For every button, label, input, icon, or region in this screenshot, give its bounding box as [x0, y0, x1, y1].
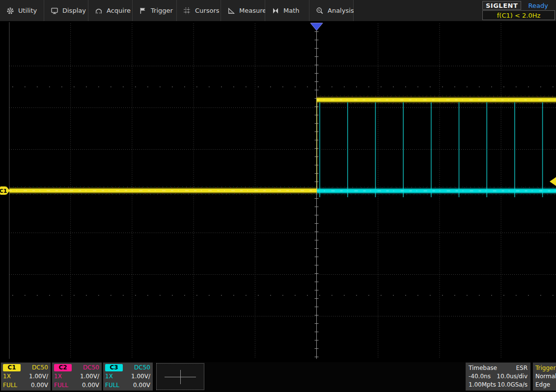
set-square-icon — [227, 7, 235, 15]
magnifier-wave-icon — [316, 7, 324, 15]
trigger-sweep-mode: Normal — [535, 372, 556, 381]
timebase-box[interactable]: Timebase ESR -40.0ns 10.0us/div 1.00Mpts… — [466, 363, 530, 391]
vertical-scale-c3: 1.00V/ — [131, 372, 150, 380]
menu-item-label: Acquire — [107, 7, 131, 14]
bandwidth-c2: FULL — [54, 381, 68, 389]
bottom-status-bar: C1 DC50 1X 1.00V/ FULL 0.00V C2 DC50 1X … — [0, 362, 556, 392]
memory-depth: 1.00Mpts — [469, 381, 496, 389]
menu-item-label: Math — [283, 7, 300, 14]
c3-trace — [317, 103, 556, 198]
delay-position-preview[interactable] — [156, 363, 204, 390]
timebase-scale: 10.0us/div — [497, 372, 528, 381]
coupling-c1: DC50 — [32, 364, 48, 371]
menu-item-label: Measure — [239, 7, 266, 14]
menu-item-trigger[interactable]: Trigger — [133, 0, 177, 21]
channel-box-c3[interactable]: C3 DC50 1X 1.00V/ FULL 0.00V — [103, 363, 153, 391]
menu-item-label: Trigger — [151, 7, 173, 14]
coupling-c2: DC50 — [83, 364, 99, 371]
preview-crosshair-vertical — [180, 370, 181, 384]
menu-item-analysis[interactable]: Analysis — [309, 0, 354, 21]
c1-offset-marker[interactable]: C1 — [0, 186, 10, 195]
probe-c3: 1X — [105, 372, 113, 380]
arch-icon — [95, 7, 103, 15]
menu-item-acquire[interactable]: Acquire — [88, 0, 133, 21]
offset-c3: 0.00V — [133, 381, 150, 389]
menu-item-label: Utility — [18, 7, 37, 14]
gear-icon — [6, 7, 14, 15]
channel-badge-c3: C3 — [105, 364, 123, 371]
menu-bar-spacer — [354, 0, 482, 21]
channel-badge-c1: C1 — [3, 364, 21, 371]
oscilloscope-screen: Utility Display Acquire Trigger — [0, 0, 556, 392]
bandwidth-c3: FULL — [105, 381, 119, 389]
trigger-level-marker[interactable] — [550, 177, 556, 186]
trigger-type: Edge — [535, 381, 556, 389]
waveform-plot: C1 — [0, 21, 556, 362]
timebase-title: Timebase — [469, 364, 497, 372]
menu-item-label: Analysis — [328, 7, 354, 14]
timebase-delay: -40.0ns — [469, 372, 491, 381]
c1-trace — [9, 96, 556, 195]
acquisition-status: Ready — [521, 2, 555, 9]
offset-c1: 0.00V — [31, 381, 48, 389]
menu-item-label: Display — [62, 7, 86, 14]
menu-bar: Utility Display Acquire Trigger — [0, 0, 556, 21]
crosshair-grid-icon — [183, 7, 191, 15]
menu-item-cursors[interactable]: Cursors — [177, 0, 221, 21]
bandwidth-c1: FULL — [3, 381, 17, 389]
trigger-position-marker[interactable] — [310, 23, 323, 30]
trigger-frequency-readout: f(C1) < 2.0Hz — [482, 10, 555, 20]
menu-item-measure[interactable]: Measure — [221, 0, 265, 21]
status-cluster: SIGLENT Ready f(C1) < 2.0Hz — [482, 0, 556, 21]
channel-box-c1[interactable]: C1 DC50 1X 1.00V/ FULL 0.00V — [1, 363, 51, 391]
offset-c2: 0.00V — [82, 381, 99, 389]
vertical-scale-c2: 1.00V/ — [80, 372, 99, 380]
sample-rate: 10.0GSa/s — [498, 381, 528, 389]
probe-c2: 1X — [54, 372, 62, 380]
menu-item-utility[interactable]: Utility — [0, 0, 44, 21]
bowtie-icon — [272, 7, 279, 15]
svg-text:C1: C1 — [0, 188, 7, 194]
monitor-icon — [51, 7, 58, 15]
menu-item-math[interactable]: Math — [265, 0, 309, 21]
trigger-title: Trigger — [535, 364, 556, 372]
siglent-logo: SIGLENT — [482, 1, 521, 10]
channel-badge-c2: C2 — [54, 364, 72, 371]
probe-c1: 1X — [3, 372, 11, 380]
timebase-mode: ESR — [516, 364, 528, 372]
vertical-scale-c1: 1.00V/ — [29, 372, 48, 380]
menu-item-label: Cursors — [195, 7, 220, 14]
flag-icon — [139, 7, 147, 15]
waveform-display[interactable]: C1 — [0, 21, 556, 362]
channel-box-c2[interactable]: C2 DC50 1X 1.00V/ FULL 0.00V — [52, 363, 102, 391]
coupling-c3: DC50 — [134, 364, 150, 371]
trigger-box[interactable]: Trigger Normal Edge — [533, 363, 556, 391]
menu-item-display[interactable]: Display — [44, 0, 88, 21]
